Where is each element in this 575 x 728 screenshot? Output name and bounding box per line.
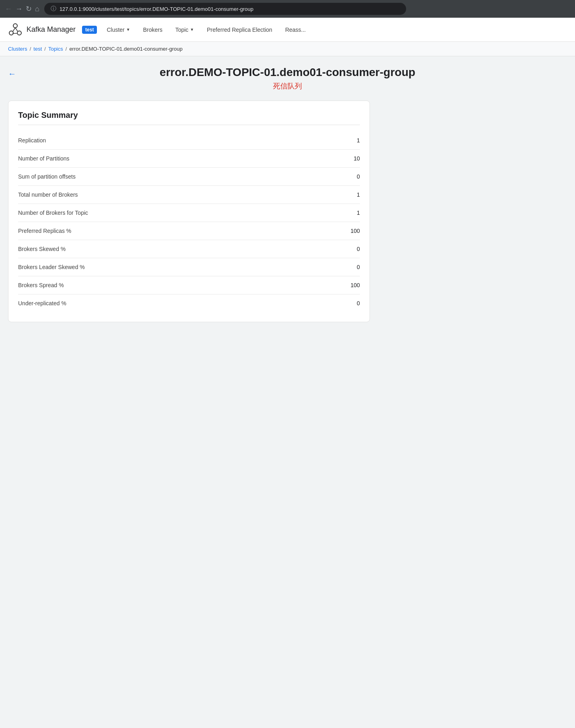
breadcrumb-test[interactable]: test <box>33 46 42 52</box>
breadcrumb-current-topic: error.DEMO-TOPIC-01.demo01-consumer-grou… <box>69 46 183 52</box>
cluster-badge[interactable]: test <box>82 26 97 34</box>
label-total-brokers: Total number of Brokers <box>18 191 78 198</box>
page-content: ← error.DEMO-TOPIC-01.demo01-consumer-gr… <box>0 56 575 726</box>
breadcrumb-sep-1: / <box>30 46 31 52</box>
label-partition-offsets: Sum of partition offsets <box>18 173 76 180</box>
cluster-dropdown-icon: ▼ <box>126 27 130 32</box>
nav-reassign[interactable]: Reass... <box>279 18 312 41</box>
nav-cluster[interactable]: Cluster ▼ <box>100 18 136 41</box>
breadcrumb: Clusters / test / Topics / error.DEMO-TO… <box>0 42 575 56</box>
svg-line-4 <box>15 28 18 31</box>
browser-nav-buttons: ← → ↻ ⌂ <box>5 5 39 12</box>
nav-brokers[interactable]: Brokers <box>137 18 169 41</box>
value-brokers-spread: 100 <box>351 282 360 288</box>
value-under-replicated: 0 <box>357 300 360 306</box>
breadcrumb-sep-2: / <box>44 46 46 52</box>
address-bar[interactable]: ⓘ 127.0.0.1:9000/clusters/test/topics/er… <box>44 3 406 15</box>
value-brokers-skewed: 0 <box>357 246 360 252</box>
svg-line-3 <box>13 28 15 31</box>
row-brokers-for-topic: Number of Brokers for Topic 1 <box>18 204 360 222</box>
url-text: 127.0.0.1:9000/clusters/test/topics/erro… <box>60 6 253 12</box>
breadcrumb-sep-3: / <box>66 46 67 52</box>
value-brokers-for-topic: 1 <box>357 210 360 216</box>
summary-table: Replication 1 Number of Partitions 10 Su… <box>18 132 360 312</box>
row-brokers-skewed: Brokers Skewed % 0 <box>18 240 360 258</box>
brand: Kafka Manager <box>8 23 76 37</box>
value-preferred-replicas: 100 <box>351 228 360 234</box>
breadcrumb-clusters[interactable]: Clusters <box>8 46 27 52</box>
label-brokers-for-topic: Number of Brokers for Topic <box>18 210 88 216</box>
topic-dropdown-icon: ▼ <box>190 27 194 32</box>
label-preferred-replicas: Preferred Replicas % <box>18 228 71 234</box>
row-partition-offsets: Sum of partition offsets 0 <box>18 168 360 186</box>
label-replication: Replication <box>18 137 46 144</box>
nav-preferred-replica-election[interactable]: Preferred Replica Election <box>201 18 279 41</box>
row-brokers-leader-skewed: Brokers Leader Skewed % 0 <box>18 258 360 276</box>
forward-button[interactable]: → <box>15 5 23 12</box>
nav-bar: Cluster ▼ Brokers Topic ▼ Preferred Repl… <box>100 18 312 41</box>
row-brokers-spread: Brokers Spread % 100 <box>18 276 360 294</box>
svg-point-1 <box>9 31 13 35</box>
page-title: error.DEMO-TOPIC-01.demo01-consumer-grou… <box>160 66 415 79</box>
label-num-partitions: Number of Partitions <box>18 155 70 162</box>
row-under-replicated: Under-replicated % 0 <box>18 294 360 312</box>
app-header: Kafka Manager test Cluster ▼ Brokers Top… <box>0 18 575 42</box>
back-button[interactable]: ← <box>5 5 12 12</box>
reload-button[interactable]: ↻ <box>26 5 32 12</box>
brand-name: Kafka Manager <box>27 25 76 34</box>
security-icon: ⓘ <box>51 5 56 12</box>
browser-chrome: ← → ↻ ⌂ ⓘ 127.0.0.1:9000/clusters/test/t… <box>0 0 575 18</box>
svg-point-0 <box>13 24 17 28</box>
label-under-replicated: Under-replicated % <box>18 300 66 306</box>
kafka-logo <box>8 23 23 37</box>
value-replication: 1 <box>357 137 360 144</box>
label-brokers-leader-skewed: Brokers Leader Skewed % <box>18 264 85 270</box>
back-arrow[interactable]: ← <box>8 69 16 78</box>
value-brokers-leader-skewed: 0 <box>357 264 360 270</box>
topic-summary-card: Topic Summary Replication 1 Number of Pa… <box>8 101 370 322</box>
label-brokers-skewed: Brokers Skewed % <box>18 246 66 252</box>
page-title-area: ← error.DEMO-TOPIC-01.demo01-consumer-gr… <box>8 66 567 91</box>
svg-point-2 <box>17 31 21 35</box>
value-num-partitions: 10 <box>353 155 360 162</box>
label-brokers-spread: Brokers Spread % <box>18 282 64 288</box>
row-preferred-replicas: Preferred Replicas % 100 <box>18 222 360 240</box>
card-title: Topic Summary <box>18 111 360 125</box>
row-num-partitions: Number of Partitions 10 <box>18 150 360 168</box>
row-total-brokers: Total number of Brokers 1 <box>18 186 360 204</box>
home-button[interactable]: ⌂ <box>35 5 39 12</box>
nav-topic[interactable]: Topic ▼ <box>169 18 201 41</box>
page-subtitle: 死信队列 <box>273 81 302 91</box>
value-partition-offsets: 0 <box>357 173 360 180</box>
row-replication: Replication 1 <box>18 132 360 150</box>
breadcrumb-topics[interactable]: Topics <box>48 46 63 52</box>
value-total-brokers: 1 <box>357 191 360 198</box>
